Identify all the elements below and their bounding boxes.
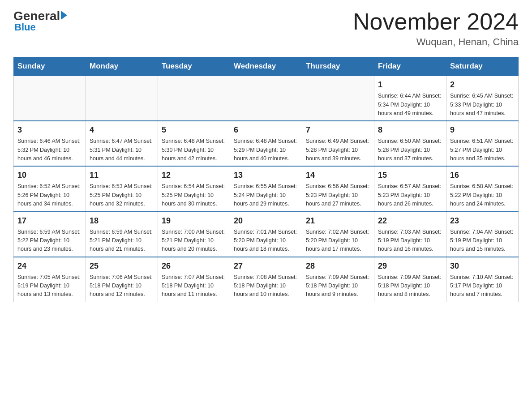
calendar-cell: 22Sunrise: 7:03 AM Sunset: 5:19 PM Dayli… [374,212,446,257]
day-number: 23 [450,215,515,227]
day-info: Sunrise: 6:47 AM Sunset: 5:31 PM Dayligh… [90,137,154,163]
day-number: 14 [306,169,370,181]
day-info: Sunrise: 6:45 AM Sunset: 5:33 PM Dayligh… [450,92,515,118]
day-info: Sunrise: 6:44 AM Sunset: 5:34 PM Dayligh… [378,92,442,118]
day-number: 12 [162,169,226,181]
day-info: Sunrise: 6:48 AM Sunset: 5:30 PM Dayligh… [162,137,226,163]
weekday-header-friday: Friday [374,57,446,76]
day-number: 6 [234,124,298,136]
day-info: Sunrise: 6:55 AM Sunset: 5:24 PM Dayligh… [234,182,298,208]
day-number: 20 [234,215,298,227]
day-info: Sunrise: 6:51 AM Sunset: 5:27 PM Dayligh… [450,137,515,163]
day-number: 8 [378,124,442,136]
logo-arrow-icon [61,11,67,20]
weekday-header-thursday: Thursday [302,57,374,76]
day-info: Sunrise: 6:48 AM Sunset: 5:29 PM Dayligh… [234,137,298,163]
calendar-cell: 3Sunrise: 6:46 AM Sunset: 5:32 PM Daylig… [14,121,86,166]
calendar-cell: 4Sunrise: 6:47 AM Sunset: 5:31 PM Daylig… [86,121,158,166]
logo: General Blue [13,9,67,33]
calendar-cell: 20Sunrise: 7:01 AM Sunset: 5:20 PM Dayli… [230,212,302,257]
calendar-cell [158,76,230,121]
day-info: Sunrise: 7:01 AM Sunset: 5:20 PM Dayligh… [234,228,298,254]
calendar-cell [230,76,302,121]
calendar-cell: 5Sunrise: 6:48 AM Sunset: 5:30 PM Daylig… [158,121,230,166]
calendar-cell: 28Sunrise: 7:09 AM Sunset: 5:18 PM Dayli… [302,257,374,302]
day-number: 10 [17,169,82,181]
weekday-header-monday: Monday [86,57,158,76]
day-number: 1 [378,79,442,91]
weekday-header-sunday: Sunday [14,57,86,76]
calendar-cell: 12Sunrise: 6:54 AM Sunset: 5:25 PM Dayli… [158,166,230,211]
day-info: Sunrise: 6:59 AM Sunset: 5:21 PM Dayligh… [90,228,154,254]
day-number: 9 [450,124,515,136]
calendar-cell: 1Sunrise: 6:44 AM Sunset: 5:34 PM Daylig… [374,76,446,121]
calendar-cell [86,76,158,121]
week-row-2: 3Sunrise: 6:46 AM Sunset: 5:32 PM Daylig… [14,121,519,166]
day-number: 13 [234,169,298,181]
day-number: 5 [162,124,226,136]
day-number: 22 [378,215,442,227]
day-number: 28 [306,260,370,272]
day-info: Sunrise: 7:04 AM Sunset: 5:19 PM Dayligh… [450,228,515,254]
day-info: Sunrise: 6:53 AM Sunset: 5:25 PM Dayligh… [90,182,154,208]
day-number: 7 [306,124,370,136]
day-info: Sunrise: 6:59 AM Sunset: 5:22 PM Dayligh… [17,228,82,254]
calendar-cell: 2Sunrise: 6:45 AM Sunset: 5:33 PM Daylig… [446,76,519,121]
calendar-cell: 7Sunrise: 6:49 AM Sunset: 5:28 PM Daylig… [302,121,374,166]
calendar-cell: 19Sunrise: 7:00 AM Sunset: 5:21 PM Dayli… [158,212,230,257]
calendar-cell: 13Sunrise: 6:55 AM Sunset: 5:24 PM Dayli… [230,166,302,211]
calendar-cell: 18Sunrise: 6:59 AM Sunset: 5:21 PM Dayli… [86,212,158,257]
calendar-cell: 17Sunrise: 6:59 AM Sunset: 5:22 PM Dayli… [14,212,86,257]
calendar-cell: 29Sunrise: 7:09 AM Sunset: 5:18 PM Dayli… [374,257,446,302]
header: General Blue November 2024 Wuquan, Henan… [13,9,519,48]
calendar-cell: 10Sunrise: 6:52 AM Sunset: 5:26 PM Dayli… [14,166,86,211]
day-number: 15 [378,169,442,181]
day-number: 21 [306,215,370,227]
day-number: 16 [450,169,515,181]
calendar-cell: 15Sunrise: 6:57 AM Sunset: 5:23 PM Dayli… [374,166,446,211]
day-info: Sunrise: 7:03 AM Sunset: 5:19 PM Dayligh… [378,228,442,254]
calendar-cell: 16Sunrise: 6:58 AM Sunset: 5:22 PM Dayli… [446,166,519,211]
day-number: 11 [90,169,154,181]
day-number: 30 [450,260,515,272]
day-info: Sunrise: 7:00 AM Sunset: 5:21 PM Dayligh… [162,228,226,254]
calendar-cell: 6Sunrise: 6:48 AM Sunset: 5:29 PM Daylig… [230,121,302,166]
day-number: 19 [162,215,226,227]
day-info: Sunrise: 7:07 AM Sunset: 5:18 PM Dayligh… [162,273,226,299]
weekday-header-tuesday: Tuesday [158,57,230,76]
day-number: 3 [17,124,82,136]
calendar-cell: 24Sunrise: 7:05 AM Sunset: 5:19 PM Dayli… [14,257,86,302]
week-row-5: 24Sunrise: 7:05 AM Sunset: 5:19 PM Dayli… [14,257,519,302]
weekday-header-wednesday: Wednesday [230,57,302,76]
calendar-cell [14,76,86,121]
day-info: Sunrise: 6:49 AM Sunset: 5:28 PM Dayligh… [306,137,370,163]
day-number: 25 [90,260,154,272]
day-info: Sunrise: 6:56 AM Sunset: 5:23 PM Dayligh… [306,182,370,208]
day-number: 26 [162,260,226,272]
day-info: Sunrise: 7:08 AM Sunset: 5:18 PM Dayligh… [234,273,298,299]
calendar-cell: 11Sunrise: 6:53 AM Sunset: 5:25 PM Dayli… [86,166,158,211]
calendar-cell: 23Sunrise: 7:04 AM Sunset: 5:19 PM Dayli… [446,212,519,257]
calendar-cell: 25Sunrise: 7:06 AM Sunset: 5:18 PM Dayli… [86,257,158,302]
day-info: Sunrise: 6:50 AM Sunset: 5:28 PM Dayligh… [378,137,442,163]
day-info: Sunrise: 7:09 AM Sunset: 5:18 PM Dayligh… [306,273,370,299]
calendar-cell: 27Sunrise: 7:08 AM Sunset: 5:18 PM Dayli… [230,257,302,302]
weekday-header-saturday: Saturday [446,57,519,76]
day-number: 4 [90,124,154,136]
calendar-table: SundayMondayTuesdayWednesdayThursdayFrid… [13,57,519,302]
day-info: Sunrise: 6:54 AM Sunset: 5:25 PM Dayligh… [162,182,226,208]
calendar-cell: 30Sunrise: 7:10 AM Sunset: 5:17 PM Dayli… [446,257,519,302]
day-info: Sunrise: 6:52 AM Sunset: 5:26 PM Dayligh… [17,182,82,208]
month-title: November 2024 [353,9,519,34]
day-info: Sunrise: 7:05 AM Sunset: 5:19 PM Dayligh… [17,273,82,299]
day-info: Sunrise: 7:09 AM Sunset: 5:18 PM Dayligh… [378,273,442,299]
weekday-header-row: SundayMondayTuesdayWednesdayThursdayFrid… [14,57,519,76]
day-info: Sunrise: 7:02 AM Sunset: 5:20 PM Dayligh… [306,228,370,254]
location-title: Wuquan, Henan, China [353,36,519,48]
day-info: Sunrise: 6:58 AM Sunset: 5:22 PM Dayligh… [450,182,515,208]
day-number: 17 [17,215,82,227]
calendar-cell: 8Sunrise: 6:50 AM Sunset: 5:28 PM Daylig… [374,121,446,166]
week-row-1: 1Sunrise: 6:44 AM Sunset: 5:34 PM Daylig… [14,76,519,121]
calendar-cell: 21Sunrise: 7:02 AM Sunset: 5:20 PM Dayli… [302,212,374,257]
day-number: 24 [17,260,82,272]
